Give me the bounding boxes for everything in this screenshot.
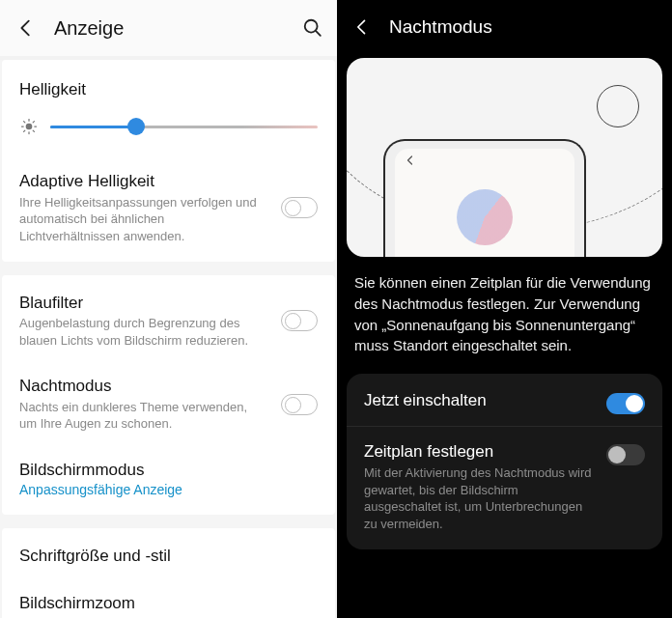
back-icon[interactable] bbox=[15, 17, 37, 39]
header: Anzeige bbox=[0, 0, 337, 56]
label: Bildschirmmodus bbox=[19, 460, 318, 480]
description: Augenbelastung durch Begrenzung des blau… bbox=[19, 315, 318, 349]
svg-point-1 bbox=[26, 124, 33, 130]
sun-icon bbox=[19, 117, 39, 136]
search-icon[interactable] bbox=[302, 17, 323, 39]
row-bluefilter[interactable]: Blaufilter Augenbelastung durch Begrenzu… bbox=[2, 279, 335, 362]
row-font[interactable]: Schriftgröße und -stil bbox=[2, 532, 335, 579]
theme-orb-icon bbox=[457, 189, 513, 245]
label: Jetzt einschalten bbox=[364, 391, 645, 410]
toggle-schedule[interactable] bbox=[606, 444, 645, 465]
settings-scroll[interactable]: Helligkeit bbox=[0, 56, 337, 618]
back-icon[interactable] bbox=[352, 17, 372, 37]
sun-outline-icon bbox=[597, 85, 639, 127]
description: Ihre Helligkeitsanpassungen verfolgen un… bbox=[19, 194, 318, 245]
toggle-enable-now[interactable] bbox=[606, 393, 645, 414]
card-display-modes: Blaufilter Augenbelastung durch Begrenzu… bbox=[2, 275, 335, 515]
toggle-adaptive-brightness[interactable] bbox=[281, 197, 318, 218]
row-nightmode[interactable]: Nachtmodus Nachts ein dunkleres Theme ve… bbox=[2, 362, 335, 445]
page-title: Anzeige bbox=[54, 17, 302, 40]
label: Helligkeit bbox=[19, 79, 318, 99]
row-zoom[interactable]: Bildschirmzoom bbox=[2, 579, 335, 618]
page-title: Nachtmodus bbox=[389, 16, 492, 38]
row-screenmode[interactable]: Bildschirmmodus Anpassungsfähige Anzeige bbox=[2, 446, 335, 511]
toggle-nightmode[interactable] bbox=[281, 394, 318, 415]
illustration bbox=[347, 58, 662, 257]
label: Schriftgröße und -stil bbox=[19, 546, 318, 566]
label: Adaptive Helligkeit bbox=[19, 171, 318, 191]
slider-fill bbox=[50, 126, 136, 128]
label: Zeitplan festlegen bbox=[364, 442, 645, 462]
display-settings-screen: Anzeige Helligkeit bbox=[0, 0, 337, 618]
card-display-size: Schriftgröße und -stil Bildschirmzoom Bi… bbox=[2, 528, 335, 618]
card-night-options: Jetzt einschalten Zeitplan festlegen Mit… bbox=[347, 374, 662, 549]
card-brightness: Helligkeit bbox=[2, 60, 335, 262]
night-mode-screen: Nachtmodus Sie können einen Zeitplan für… bbox=[337, 0, 672, 618]
row-adaptive-brightness[interactable]: Adaptive Helligkeit Ihre Helligkeitsanpa… bbox=[2, 157, 335, 258]
header: Nachtmodus bbox=[337, 0, 672, 54]
label: Bildschirmzoom bbox=[19, 593, 318, 613]
slider-thumb[interactable] bbox=[127, 118, 145, 135]
brightness-slider[interactable] bbox=[50, 119, 318, 134]
row-enable-now[interactable]: Jetzt einschalten bbox=[347, 376, 662, 426]
phone-illustration bbox=[383, 139, 586, 257]
description: Mit der Aktivierung des Nachtmodus wird … bbox=[364, 464, 645, 532]
description: Sie können einen Zeitplan für die Verwen… bbox=[337, 257, 672, 374]
value: Anpassungsfähige Anzeige bbox=[19, 482, 318, 497]
label: Nachtmodus bbox=[19, 376, 318, 396]
row-brightness: Helligkeit bbox=[2, 64, 335, 157]
row-schedule[interactable]: Zeitplan festlegen Mit der Aktivierung d… bbox=[347, 426, 662, 548]
label: Blaufilter bbox=[19, 293, 318, 313]
description: Nachts ein dunkleres Theme verwenden, um… bbox=[19, 399, 318, 433]
toggle-bluefilter[interactable] bbox=[281, 310, 318, 331]
